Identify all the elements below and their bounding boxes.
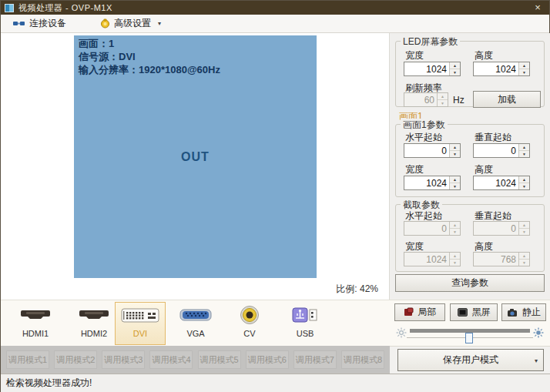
screen1-height-label: 高度 — [475, 163, 493, 176]
source-label: USB — [297, 329, 314, 338]
spin-up-icon: ▲ — [519, 222, 529, 229]
capture-vstart-input — [474, 222, 518, 235]
spin-down-icon[interactable]: ▼ — [450, 151, 460, 157]
source-vga[interactable]: VGA — [170, 302, 221, 345]
screen1-vstart-spinner: ▲▼ — [473, 143, 530, 158]
status-message: 检索视频处理器成功! — [6, 377, 92, 390]
spin-down-icon[interactable]: ▼ — [519, 183, 529, 189]
source-label: HDMI2 — [81, 329, 107, 338]
mode-button-3: 调用模式3 — [102, 350, 145, 369]
screen1-hstart-input[interactable] — [404, 144, 449, 157]
screen1-params-group: 画面1参数 水平起始 垂直起始 ▲▼ ▲▼ 宽度 高度 ▲▼ — [395, 124, 545, 197]
settings-icon — [100, 18, 110, 28]
led-width-spinner: ▲▼ — [404, 62, 461, 76]
source-dvi[interactable]: DVI — [115, 302, 166, 345]
advanced-settings-label: 高级设置 — [114, 17, 151, 30]
app-window: 视频处理器 - OVP-M1X × 连接设备 高级设置 ▾ 画面：1信号源：DV… — [0, 0, 550, 392]
mode-button-5: 调用模式5 — [198, 350, 241, 369]
save-mode-zone: 保存用户模式 ▾ — [390, 346, 550, 374]
hz-label: Hz — [453, 95, 464, 106]
source-label: DVI — [133, 329, 147, 338]
title-bar: 视频处理器 - OVP-M1X × — [1, 1, 549, 15]
status-bar: 检索视频处理器成功! — [1, 374, 550, 392]
mode-button-4: 调用模式4 — [149, 350, 193, 369]
part-icon — [404, 307, 414, 317]
spin-up-icon: ▲ — [450, 222, 460, 229]
led-height-spinner: ▲▼ — [473, 62, 530, 76]
main-area: 画面：1信号源：DVI输入分辨率：1920*1080@60Hz OUT 比例: … — [1, 33, 550, 300]
freeze-button[interactable]: 静止 — [501, 303, 546, 321]
app-icon — [5, 4, 14, 12]
source-panel: HDMI1 HDMI2 DVI VGA CV USB 局部 黑屏 — [1, 300, 550, 346]
screen1-vstart-label: 垂直起始 — [475, 131, 511, 144]
mode-button-8: 调用模式8 — [341, 350, 384, 369]
mode-button-7: 调用模式7 — [293, 350, 337, 369]
rca-icon — [240, 305, 260, 325]
preview-area: 画面：1信号源：DVI输入分辨率：1920*1080@60Hz OUT 比例: … — [1, 33, 390, 300]
spin-down-icon: ▼ — [438, 100, 448, 106]
screen1-width-spinner: ▲▼ — [404, 176, 461, 190]
source-label: HDMI1 — [22, 329, 49, 338]
connect-device-button[interactable]: 连接设备 — [7, 16, 72, 32]
blackscreen-icon — [458, 308, 468, 317]
spin-down-icon[interactable]: ▼ — [450, 183, 460, 189]
save-user-mode-label: 保存用户模式 — [443, 354, 498, 365]
capture-hstart-input — [404, 222, 449, 235]
spin-up-icon[interactable]: ▲ — [519, 144, 529, 151]
blackscreen-label: 黑屏 — [472, 306, 491, 319]
spin-up-icon[interactable]: ▲ — [450, 62, 460, 69]
mode-row: 调用模式1 调用模式2 调用模式3 调用模式4 调用模式5 调用模式6 调用模式… — [1, 346, 390, 374]
source-usb[interactable]: USB — [280, 302, 330, 345]
capture-height-spinner: ▲▼ — [473, 252, 530, 266]
brightness-slider-zone — [390, 323, 550, 345]
spin-down-icon[interactable]: ▼ — [450, 69, 460, 75]
source-hdmi2[interactable]: HDMI2 — [69, 302, 119, 345]
spin-down-icon: ▼ — [519, 229, 529, 235]
spin-up-icon[interactable]: ▲ — [450, 144, 460, 151]
blackscreen-button[interactable]: 黑屏 — [450, 303, 498, 321]
spin-down-icon[interactable]: ▼ — [519, 69, 529, 75]
mode-button-6: 调用模式6 — [246, 350, 289, 369]
close-button[interactable]: × — [526, 1, 549, 15]
source-hdmi1[interactable]: HDMI1 — [10, 302, 61, 345]
load-button[interactable]: 加载 — [473, 91, 541, 108]
led-params-title: LED屏幕参数 — [401, 35, 460, 49]
led-height-input[interactable] — [474, 62, 518, 75]
vga-icon — [179, 307, 213, 323]
spin-up-icon[interactable]: ▲ — [450, 176, 460, 183]
spin-up-icon[interactable]: ▲ — [519, 176, 529, 183]
screen1-width-input[interactable] — [404, 176, 449, 189]
source-label: CV — [243, 329, 255, 338]
output-canvas[interactable]: 画面：1信号源：DVI输入分辨率：1920*1080@60Hz OUT — [74, 35, 317, 278]
plug-icon — [13, 20, 25, 27]
capture-width-spinner: ▲▼ — [404, 252, 461, 266]
led-params-group: LED屏幕参数 宽度 高度 ▲▼ ▲▼ 刷新频率 ▲▼ Hz 加载 — [395, 41, 545, 107]
slider-handle[interactable] — [465, 333, 473, 343]
source-label: VGA — [186, 329, 204, 338]
spin-down-icon[interactable]: ▼ — [519, 151, 529, 157]
window-title: 视频处理器 - OVP-M1X — [18, 2, 112, 14]
screen1-height-input[interactable] — [474, 176, 518, 189]
advanced-settings-button[interactable]: 高级设置 ▾ — [94, 16, 167, 32]
save-user-mode-button[interactable]: 保存用户模式 ▾ — [397, 349, 544, 371]
capture-vstart-spinner: ▲▼ — [473, 221, 530, 236]
chevron-down-icon: ▾ — [158, 20, 161, 27]
part-button[interactable]: 局部 — [394, 303, 445, 321]
source-cv[interactable]: CV — [224, 302, 275, 345]
screen1-vstart-input[interactable] — [474, 144, 518, 157]
screen1-height-spinner: ▲▼ — [473, 176, 530, 190]
spin-up-icon[interactable]: ▲ — [519, 62, 529, 69]
mode-button-2: 调用模式2 — [54, 350, 97, 369]
led-width-input[interactable] — [404, 62, 449, 75]
spin-down-icon: ▼ — [519, 260, 529, 266]
led-height-label: 高度 — [475, 49, 493, 62]
part-label: 局部 — [418, 306, 437, 319]
usb-icon — [291, 306, 319, 324]
query-params-button[interactable]: 查询参数 — [395, 274, 545, 292]
screen1-params-title: 画面1参数 — [401, 119, 448, 132]
screen1-hstart-spinner: ▲▼ — [404, 143, 461, 158]
led-width-label: 宽度 — [405, 49, 424, 62]
dvi-icon — [120, 306, 160, 324]
screen1-width-label: 宽度 — [405, 163, 424, 176]
refresh-input — [404, 93, 437, 106]
